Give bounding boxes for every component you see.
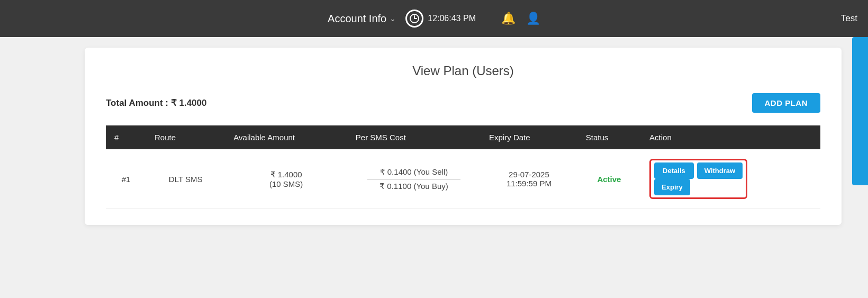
col-route: Route (146, 125, 225, 149)
action-buttons-wrapper: Details Withdraw Expiry (654, 162, 743, 195)
current-time: 12:06:43 PM (428, 14, 476, 23)
card-toolbar: Total Amount : ₹ 1.4000 ADD PLAN (106, 93, 820, 113)
table-row: #1 DLT SMS ₹ 1.4000 (10 SMS) ₹ 0.1400 (Y… (106, 149, 820, 209)
action-row-1: Details Withdraw (654, 162, 743, 179)
table-header: # Route Available Amount Per SMS Cost Ex… (106, 125, 820, 149)
available-amount-value: ₹ 1.4000 (233, 170, 339, 179)
add-plan-button[interactable]: ADD PLAN (752, 93, 821, 113)
account-info-label: Account Info (328, 13, 386, 25)
cell-status: Active (577, 149, 641, 209)
sms-divider (367, 179, 460, 179)
details-button[interactable]: Details (654, 162, 694, 179)
col-action: Action (641, 125, 820, 149)
cell-row-num: #1 (106, 149, 146, 209)
topnav-icons: 🔔 👤 (501, 12, 540, 25)
main-content: View Plan (Users) Total Amount : ₹ 1.400… (0, 37, 868, 298)
cell-action: Details Withdraw Expiry (641, 149, 820, 209)
action-highlight-box: Details Withdraw Expiry (649, 159, 747, 199)
expiry-button[interactable]: Expiry (654, 179, 690, 195)
expiry-time-value: 11:59:59 PM (489, 179, 569, 188)
per-sms-sell: ₹ 0.1400 (You Sell) (356, 167, 472, 177)
cell-route: DLT SMS (146, 149, 225, 209)
bell-icon[interactable]: 🔔 (501, 12, 516, 25)
col-num: # (106, 125, 146, 149)
cell-per-sms-cost: ₹ 0.1400 (You Sell) ₹ 0.1100 (You Buy) (347, 149, 481, 209)
topnav-center: Account Info ⌄ 12:06:43 PM 🔔 👤 (328, 10, 540, 28)
table-body: #1 DLT SMS ₹ 1.4000 (10 SMS) ₹ 0.1400 (Y… (106, 149, 820, 209)
col-expiry-date: Expiry Date (481, 125, 577, 149)
user-icon[interactable]: 👤 (526, 12, 540, 25)
plan-card: View Plan (Users) Total Amount : ₹ 1.400… (85, 48, 842, 225)
status-badge: Active (597, 175, 621, 184)
available-amount-sms: (10 SMS) (233, 179, 339, 188)
clock-icon (405, 10, 423, 28)
plan-table: # Route Available Amount Per SMS Cost Ex… (106, 125, 820, 209)
col-status: Status (577, 125, 641, 149)
cell-available-amount: ₹ 1.4000 (10 SMS) (225, 149, 347, 209)
clock-time-display: 12:06:43 PM (405, 10, 476, 28)
total-amount-label: Total Amount : ₹ 1.4000 (106, 97, 206, 109)
withdraw-button[interactable]: Withdraw (697, 162, 743, 179)
account-info-button[interactable]: Account Info ⌄ (328, 13, 396, 25)
chevron-down-icon: ⌄ (390, 14, 396, 23)
cell-expiry-date: 29-07-2025 11:59:59 PM (481, 149, 577, 209)
topnav: Account Info ⌄ 12:06:43 PM 🔔 👤 Test (0, 0, 868, 37)
card-title: View Plan (Users) (106, 64, 820, 78)
col-per-sms-cost: Per SMS Cost (347, 125, 481, 149)
action-row-2: Expiry (654, 179, 743, 195)
per-sms-buy: ₹ 0.1100 (You Buy) (356, 182, 472, 191)
blue-side-tab (852, 37, 868, 185)
col-available-amount: Available Amount (225, 125, 347, 149)
expiry-date-value: 29-07-2025 (489, 170, 569, 179)
topnav-username: Test (841, 13, 857, 24)
